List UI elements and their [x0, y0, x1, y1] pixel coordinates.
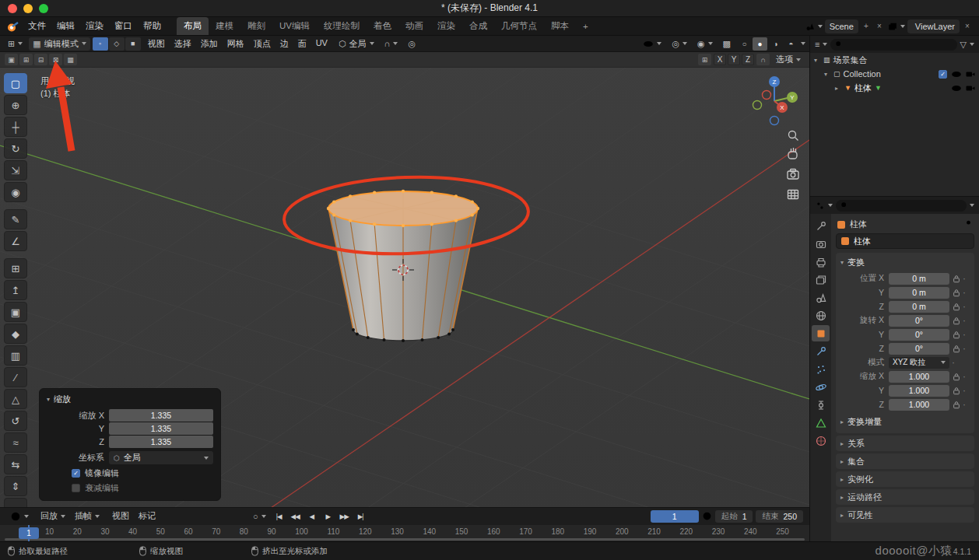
overlays-toggle[interactable]: ◉ — [693, 37, 717, 51]
timer-icon[interactable] — [702, 511, 712, 521]
collapsed-section[interactable]: ▸ 集合 — [836, 453, 974, 469]
animate-decorator[interactable]: · — [963, 287, 966, 298]
animate-decorator[interactable]: · — [963, 315, 966, 326]
tab-particle-properties[interactable] — [812, 361, 830, 377]
tool-button[interactable]: ∕ — [4, 367, 27, 387]
tool-button[interactable]: ┼ — [4, 117, 27, 137]
selection-mode-option[interactable]: ⊞ — [19, 54, 33, 65]
properties-editor-icon[interactable] — [815, 201, 825, 211]
tool-button[interactable]: ⇆ — [4, 454, 27, 474]
tab-tool-properties[interactable] — [812, 218, 830, 234]
mirror-axis-button[interactable]: Y — [728, 54, 740, 65]
tool-button[interactable]: ≈ — [4, 432, 27, 453]
playhead[interactable]: 1 — [19, 525, 39, 541]
transport-button[interactable]: ◀ — [304, 510, 319, 523]
workspace-tab[interactable]: + — [576, 19, 595, 34]
menu-item[interactable]: 文件 — [23, 18, 51, 34]
tab-output-properties[interactable] — [812, 254, 830, 270]
lock-icon[interactable] — [953, 289, 960, 297]
tab-scene-properties[interactable] — [812, 289, 830, 306]
lock-icon[interactable] — [953, 373, 960, 381]
snap-icon[interactable]: ∩ — [756, 54, 770, 65]
workspace-tab[interactable]: 几何节点 — [494, 17, 544, 35]
tab-view-layer-properties[interactable] — [812, 271, 830, 288]
lock-icon[interactable] — [953, 387, 960, 395]
blender-logo[interactable] — [6, 20, 19, 33]
tab-modifier-properties[interactable] — [812, 343, 830, 359]
tool-button[interactable]: ∠ — [4, 231, 27, 251]
viewport-menu[interactable]: UV — [311, 36, 332, 52]
shading-dropdown-caret[interactable] — [801, 42, 805, 45]
remove-viewlayer-button[interactable]: × — [962, 21, 973, 32]
scale-value-field[interactable]: 1.335 — [109, 422, 213, 435]
select-mode-button[interactable]: ■ — [125, 37, 141, 51]
object-name-field[interactable]: 柱体 — [836, 233, 974, 249]
shading-mode-button[interactable]: ◑ — [768, 37, 783, 51]
timeline-menu[interactable]: 标记 — [134, 509, 160, 523]
shading-mode-button[interactable]: ○ — [737, 37, 752, 51]
hide-eye-icon[interactable] — [951, 71, 962, 78]
checkbox[interactable] — [72, 484, 80, 492]
tool-button[interactable]: ▥ — [4, 345, 27, 366]
transport-button[interactable]: ▶▶ — [337, 510, 352, 523]
xray-toggle[interactable]: ▩ — [719, 37, 735, 51]
animate-decorator[interactable]: · — [963, 301, 966, 312]
tool-button[interactable]: ✎ — [4, 209, 27, 229]
collection-row[interactable]: ▾ ▢ Collection ✓ — [810, 67, 979, 81]
properties-options-caret[interactable] — [970, 204, 974, 207]
tool-button[interactable]: △ — [4, 389, 27, 409]
selection-mode-option[interactable]: ⊠ — [49, 54, 62, 65]
tool-button[interactable]: ⇲ — [4, 160, 27, 180]
selection-mode-option[interactable]: ▣ — [5, 54, 18, 65]
outliner-editor-icon[interactable]: ≡ — [815, 40, 819, 49]
workspace-tab[interactable]: 渲染 — [430, 17, 462, 35]
viewlayer-browse-caret[interactable] — [900, 25, 905, 28]
workspace-tab[interactable]: 纹理绘制 — [317, 17, 367, 35]
selection-mode-option[interactable]: ⊟ — [34, 54, 47, 65]
tool-button[interactable]: ↺ — [4, 411, 27, 431]
delta-transform-header[interactable]: ▸ 变换增量 — [836, 412, 974, 430]
editor-type-button[interactable]: ⊞ — [4, 37, 26, 51]
scale-value-field[interactable]: 1.335 — [109, 436, 213, 448]
properties-search-input[interactable] — [836, 200, 967, 212]
value-field[interactable]: 0 m — [889, 301, 949, 313]
menu-item[interactable]: 帮助 — [138, 18, 167, 34]
tab-render-properties[interactable] — [812, 236, 830, 252]
lock-icon[interactable] — [953, 317, 960, 325]
timeline-ruler[interactable]: 1020304050607080901001101201301401501601… — [0, 524, 809, 541]
animate-decorator[interactable]: · — [963, 399, 966, 410]
animate-decorator[interactable]: · — [952, 357, 955, 368]
select-mode-button[interactable]: ◇ — [109, 37, 125, 51]
workspace-tab[interactable]: 着色 — [367, 17, 398, 35]
rotation-mode-dropdown[interactable]: XYZ 欧拉 — [889, 357, 949, 369]
pin-icon[interactable] — [964, 219, 973, 228]
current-frame-field[interactable]: 1 — [651, 510, 699, 523]
tab-material-properties[interactable] — [812, 432, 830, 449]
outliner-options-caret[interactable] — [970, 43, 974, 46]
menu-item[interactable]: 窗口 — [109, 18, 138, 34]
hide-eye-icon[interactable] — [951, 85, 962, 92]
transform-panel-header[interactable]: ▾ 变换 — [836, 254, 974, 271]
tool-button[interactable]: ⊕ — [4, 95, 27, 115]
3d-viewport[interactable]: ▣⊞⊟⊠▦ ⊞ XYZ ∩ 选项 — [0, 52, 809, 507]
value-field[interactable]: 1.000 — [889, 399, 949, 411]
selection-mode-option[interactable]: ▦ — [64, 54, 77, 65]
lock-icon[interactable] — [953, 401, 960, 409]
shading-mode-button[interactable]: ● — [753, 37, 767, 51]
value-field[interactable]: 0° — [889, 343, 949, 355]
workspace-tab[interactable]: 雕刻 — [240, 17, 272, 35]
tab-constraint-properties[interactable] — [812, 397, 830, 413]
timeline-popover[interactable]: 回放 — [36, 509, 70, 523]
snap-toggle[interactable]: ∩ — [381, 37, 402, 51]
tool-options-dropdown[interactable]: 选项 — [772, 53, 805, 66]
lock-icon[interactable] — [953, 331, 960, 339]
outliner-search-input[interactable] — [830, 39, 956, 51]
properties-editor-caret[interactable] — [828, 204, 833, 207]
new-scene-button[interactable]: + — [861, 21, 872, 32]
collection-checkbox[interactable]: ✓ — [939, 70, 947, 79]
lock-icon[interactable] — [953, 303, 960, 311]
animate-decorator[interactable]: · — [963, 385, 966, 396]
animate-decorator[interactable]: · — [963, 329, 966, 340]
unlink-scene-button[interactable]: × — [874, 21, 885, 32]
tool-button[interactable]: ↥ — [4, 280, 27, 300]
